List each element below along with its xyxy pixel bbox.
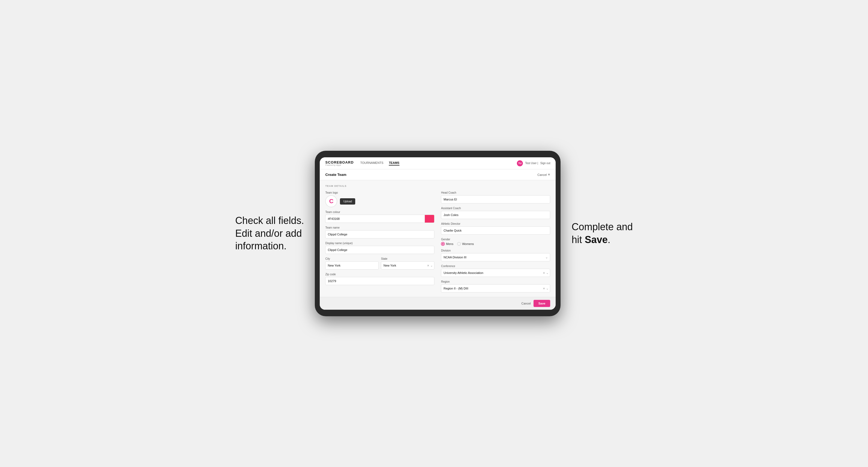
asst-coach-input[interactable] — [441, 211, 550, 219]
section-label: TEAM DETAILS — [325, 185, 550, 187]
nav-links: TOURNAMENTS TEAMS — [360, 161, 510, 165]
close-icon: ✕ — [548, 173, 550, 177]
modal-title: Create Team — [325, 173, 346, 177]
navbar: SCOREBOARD Powered by clippd TOURNAMENTS… — [320, 157, 556, 169]
annotation-end: . — [608, 234, 611, 245]
division-label: Division — [441, 249, 550, 252]
zip-input[interactable] — [325, 277, 434, 285]
team-colour-field: Team colour — [325, 211, 434, 223]
annotation-right-line2: hit — [571, 234, 585, 245]
team-name-label: Team name — [325, 226, 434, 229]
state-field: State New York ✕ ⌄ — [381, 257, 434, 270]
head-coach-input[interactable] — [441, 195, 550, 204]
division-select[interactable]: NCAA Division III — [441, 253, 550, 261]
logo-text: SCOREBOARD — [325, 161, 353, 164]
state-select-wrapper: New York ✕ ⌄ — [381, 261, 434, 270]
asst-coach-label: Assistant Coach — [441, 207, 550, 210]
tablet-frame: SCOREBOARD Powered by clippd TOURNAMENTS… — [315, 151, 561, 316]
nav-link-teams[interactable]: TEAMS — [389, 161, 399, 165]
conference-field: Conference University Athletic Associati… — [441, 264, 550, 277]
gender-row: Mens Womens — [441, 242, 550, 246]
user-name: Test User | — [525, 162, 538, 165]
athletic-dir-field: Athletic Director — [441, 222, 550, 235]
region-label: Region — [441, 280, 550, 283]
save-button[interactable]: Save — [533, 300, 551, 307]
annotation-right: Complete and hit Save. — [571, 221, 633, 246]
gender-womens-label: Womens — [462, 242, 474, 246]
annotation-line2: Edit and/or add — [235, 228, 302, 239]
state-select[interactable]: New York — [381, 261, 434, 270]
display-name-label: Display name (unique) — [325, 242, 434, 245]
sign-out-link[interactable]: Sign out — [540, 162, 551, 165]
form-col-right: Head Coach Assistant Coach Athletic Dire… — [441, 191, 550, 292]
division-field: Division NCAA Division III — [441, 249, 550, 261]
conference-select-wrapper: University Athletic Association ✕ ⌄ — [441, 269, 550, 277]
colour-text-input[interactable] — [325, 215, 425, 223]
gender-womens-radio[interactable] — [457, 242, 461, 246]
conference-label: Conference — [441, 264, 550, 268]
cancel-button[interactable]: Cancel — [522, 302, 531, 305]
logo-upload-area: C Upload — [325, 195, 434, 207]
team-name-input[interactable] — [325, 230, 434, 239]
nav-link-tournaments[interactable]: TOURNAMENTS — [360, 161, 383, 165]
athletic-dir-label: Athletic Director — [441, 222, 550, 225]
gender-field: Gender Mens Womens — [441, 238, 550, 246]
team-logo-field: Team logo C Upload — [325, 191, 434, 207]
city-state-group: City State New York — [325, 257, 434, 270]
gender-mens-option[interactable]: Mens — [441, 242, 453, 246]
annotation-line3: information. — [235, 240, 286, 251]
modal-header: Create Team Cancel ✕ — [320, 169, 556, 180]
gender-label: Gender — [441, 238, 550, 241]
nav-user: TU Test User | Sign out — [517, 160, 550, 166]
annotation-save-bold: Save — [585, 234, 608, 245]
team-name-field: Team name — [325, 226, 434, 239]
head-coach-label: Head Coach — [441, 191, 550, 194]
head-coach-field: Head Coach — [441, 191, 550, 204]
form-grid: Team logo C Upload Team colour — [325, 191, 550, 292]
modal-footer: Cancel Save — [320, 297, 556, 310]
city-input[interactable] — [325, 261, 379, 270]
team-colour-label: Team colour — [325, 211, 434, 214]
gender-womens-option[interactable]: Womens — [457, 242, 474, 246]
gender-mens-radio[interactable] — [441, 242, 445, 246]
tablet-screen: SCOREBOARD Powered by clippd TOURNAMENTS… — [320, 157, 556, 310]
asst-coach-field: Assistant Coach — [441, 207, 550, 219]
cancel-text: Cancel — [537, 173, 547, 177]
modal-container: Create Team Cancel ✕ TEAM DETAILS Team l — [320, 169, 556, 310]
form-col-left: Team logo C Upload Team colour — [325, 191, 434, 292]
zip-field: Zip code — [325, 273, 434, 285]
user-avatar: TU — [517, 160, 523, 166]
state-label: State — [381, 257, 434, 260]
logo-circle: C — [325, 195, 337, 207]
zip-label: Zip code — [325, 273, 434, 276]
gender-mens-label: Mens — [446, 242, 453, 246]
annotation-line1: Check all fields. — [235, 215, 304, 226]
display-name-field: Display name (unique) — [325, 242, 434, 254]
athletic-dir-input[interactable] — [441, 226, 550, 235]
modal-body: TEAM DETAILS Team logo C Upload — [320, 180, 556, 297]
city-label: City — [325, 257, 379, 260]
logo-sub: Powered by clippd — [325, 164, 353, 166]
logo-area: SCOREBOARD Powered by clippd — [325, 161, 353, 166]
city-state-row: City State New York — [325, 257, 434, 270]
modal-close-button[interactable]: Cancel ✕ — [537, 173, 550, 177]
division-select-wrapper: NCAA Division III — [441, 253, 550, 261]
upload-button[interactable]: Upload — [340, 198, 355, 205]
city-field: City — [325, 257, 379, 270]
annotation-left: Check all fields. Edit and/or add inform… — [235, 214, 304, 253]
region-field: Region Region II - (M) DIII ✕ ⌄ — [441, 280, 550, 292]
colour-swatch[interactable] — [425, 215, 434, 223]
annotation-right-line1: Complete and — [571, 221, 633, 232]
conference-select[interactable]: University Athletic Association — [441, 269, 550, 277]
region-select-wrapper: Region II - (M) DIII ✕ ⌄ — [441, 284, 550, 292]
region-select[interactable]: Region II - (M) DIII — [441, 284, 550, 292]
display-name-input[interactable] — [325, 246, 434, 254]
team-logo-label: Team logo — [325, 191, 434, 194]
colour-input-row — [325, 215, 434, 223]
